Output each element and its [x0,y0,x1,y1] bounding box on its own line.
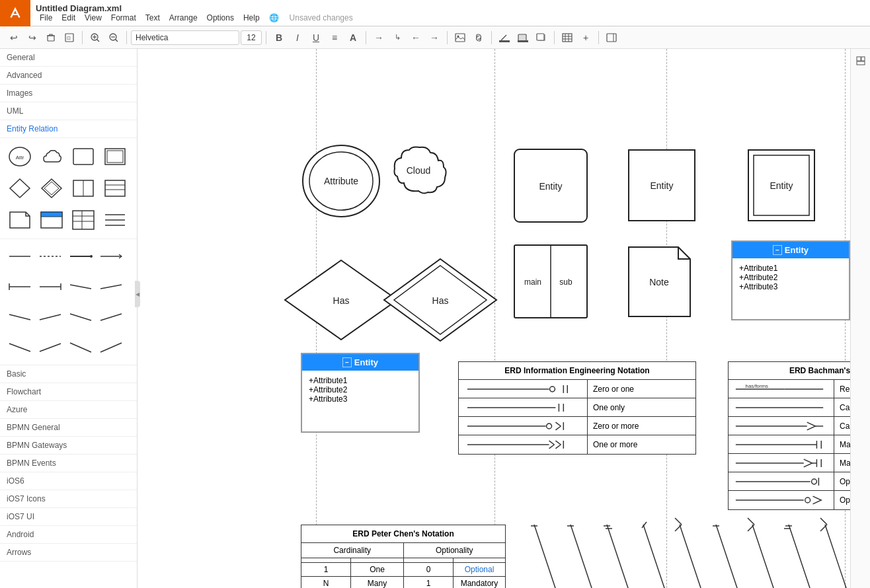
font-input[interactable] [131,30,239,45]
sidebar-item-uml[interactable]: UML [0,102,137,120]
toolbar-sep7 [554,31,555,44]
menu-view[interactable]: View [81,13,106,22]
svg-text:⊡: ⊡ [67,36,71,40]
sidebar-item-advanced[interactable]: Advanced [0,67,137,85]
shape-entity-plain[interactable] [69,142,98,171]
toolbar-sep4 [366,31,366,44]
sidebar-item-azure[interactable]: Azure [0,401,137,419]
bold-button[interactable]: B [270,29,288,46]
bachman-sym-2 [729,417,834,435]
sidebar-item-arrows[interactable]: Arrows [0,544,137,562]
svg-point-91 [550,386,555,392]
svg-line-103 [549,441,555,445]
bachman-row-2: Cardinality (Many) [729,417,850,435]
image-button[interactable] [452,29,469,46]
connector-2[interactable] [36,242,65,271]
sidebar-item-flowchart[interactable]: Flowchart [0,383,137,401]
connector-10[interactable] [36,303,65,332]
erd-chen-r1c3: 1 [404,577,454,588]
plus-button[interactable]: + [577,29,594,46]
shadowcolor-button[interactable] [533,29,550,46]
italic-button[interactable]: I [289,29,306,46]
sidebar-item-entity-relation[interactable]: Entity Relation [0,120,137,138]
guide-line-2 [494,49,495,588]
arrow-left-button[interactable]: ← [407,29,424,46]
zoom-in-button[interactable] [87,29,104,46]
shape-attribute[interactable]: Attr [5,142,34,171]
link-button[interactable] [470,29,487,46]
guide-line-1 [316,49,317,588]
panel-button[interactable] [603,29,620,46]
connector-15[interactable] [66,333,95,362]
connector-3[interactable] [66,242,95,271]
redo-button[interactable]: ↪ [24,29,41,46]
sidebar-item-ios7-icons[interactable]: iOS7 Icons [0,490,137,508]
shape-note[interactable] [5,205,34,235]
erd-chen-col1: Cardinality [301,543,404,558]
connector-9[interactable] [5,303,34,332]
connector-5[interactable] [5,272,34,301]
arrow-corner-button[interactable]: ↳ [389,29,406,46]
sidebar-item-bpmn-events[interactable]: BPMN Events [0,455,137,472]
fit-button[interactable]: ⊡ [61,29,78,46]
fillcolor-button[interactable] [514,29,532,46]
sidebar-item-general[interactable]: General [0,49,137,67]
sidebar-item-ios6[interactable]: iOS6 [0,472,137,490]
connector-11[interactable] [66,303,95,332]
connector-4[interactable] [97,242,126,271]
connector-12[interactable] [97,303,126,332]
connector-13[interactable] [5,333,34,362]
sidebar-item-bpmn-gateways[interactable]: BPMN Gateways [0,437,137,455]
svg-rect-76 [748,150,814,221]
connector-16[interactable] [97,333,126,362]
shape-entity-attrs[interactable] [100,174,130,203]
erd-chen-r1c1: N [301,577,351,588]
arrow-right-button[interactable]: → [370,29,387,46]
undo-button[interactable]: ↩ [5,29,22,46]
connector-8[interactable] [97,272,126,301]
connector-6[interactable] [36,272,65,301]
align-button[interactable]: ≡ [326,29,343,46]
fontcolor-button[interactable]: A [344,29,362,46]
delete-button[interactable] [42,29,59,46]
menu-file[interactable]: File [36,13,56,22]
shape-diamond-double[interactable] [37,174,66,203]
menu-globe[interactable]: 🌐 [265,13,283,22]
sidebar-item-ios7-ui[interactable]: iOS7 UI [0,508,137,526]
menu-edit[interactable]: Edit [58,13,79,22]
shape-table[interactable] [37,205,66,235]
canvas[interactable]: Attribute Cloud Entity Entity Entity [138,49,850,588]
sidebar-item-bpmn-general[interactable]: BPMN General [0,419,137,437]
sidebar-item-basic[interactable]: Basic [0,365,137,383]
svg-rect-12 [455,34,465,42]
shape-entity-border[interactable] [100,142,130,171]
linecolor-button[interactable] [496,29,513,46]
erd-chen-sub-c4 [454,558,505,562]
connector-14[interactable] [36,333,65,362]
sidebar-item-android[interactable]: Android [0,526,137,544]
svg-line-67 [100,343,122,352]
connector-1[interactable] [5,242,34,271]
shape-lines[interactable] [100,205,130,235]
arrow-right2-button[interactable]: → [426,29,443,46]
menu-arrange[interactable]: Arrange [165,13,202,22]
grid-button[interactable] [559,29,576,46]
erd-chen-r1c2: Many [351,577,404,588]
diagonal-lines-svg [521,511,850,588]
underline-button[interactable]: U [307,29,325,46]
toolbar-sep3 [266,31,266,44]
shape-cloud[interactable] [37,142,66,171]
shape-diamond[interactable] [5,174,34,203]
menu-help[interactable]: Help [239,13,264,22]
right-panel-btn1[interactable] [853,53,869,69]
zoom-out-button[interactable] [105,29,122,46]
sidebar-collapse-handle[interactable]: ◀ [135,281,140,307]
menu-options[interactable]: Options [203,13,238,22]
sidebar-item-images[interactable]: Images [0,85,137,102]
connector-7[interactable] [66,272,95,301]
shape-entity-split[interactable] [69,174,98,203]
menu-text[interactable]: Text [141,13,164,22]
shape-table2[interactable] [69,205,98,235]
fontsize-input[interactable] [241,30,262,45]
menu-format[interactable]: Format [107,13,140,22]
